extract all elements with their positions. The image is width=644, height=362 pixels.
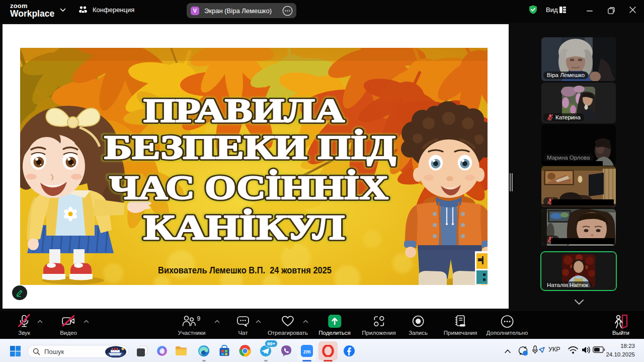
svg-text:БЕЗПЕКИ ПİД: БЕЗПЕКИ ПİД [104, 128, 396, 166]
svg-text:9: 9 [197, 315, 201, 322]
svg-text:ЧАС ОСİННİХ: ЧАС ОСİННİХ [109, 168, 388, 206]
svg-text:КАНİКУЛ: КАНİКУЛ [143, 208, 345, 247]
svg-text:ПРАВИЛА: ПРАВИЛА [143, 91, 345, 129]
svg-text:zm: zm [303, 348, 311, 354]
svg-text:Вихователь Лемешко В.П. 24 жо: Вихователь Лемешко В.П. 24 жовтня 2025 [158, 265, 332, 275]
